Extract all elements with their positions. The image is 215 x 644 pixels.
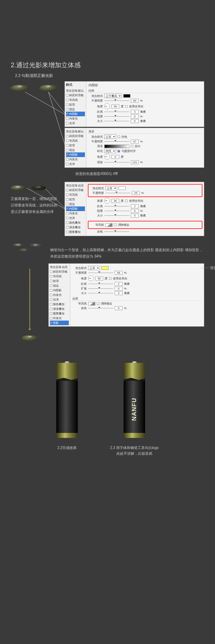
blend-mode-select[interactable]: 正常: [104, 135, 116, 139]
spread-slider[interactable]: [88, 288, 113, 289]
size-slider[interactable]: [88, 293, 113, 293]
sidebar-item-gradient-overlay[interactable]: 渐变叠加: [66, 225, 85, 230]
color-swatch[interactable]: [119, 186, 126, 190]
sidebar-item-bevel[interactable]: 斜面和浮雕: [66, 188, 85, 192]
size-slider[interactable]: [104, 121, 129, 121]
noise-slider[interactable]: [88, 308, 113, 308]
sidebar-item-satin[interactable]: 光泽: [50, 297, 69, 302]
angle-input[interactable]: 90: [95, 277, 103, 280]
arrow-left-icon: ←──: [201, 266, 210, 270]
sidebar-item-stroke[interactable]: 描边: [66, 107, 85, 112]
sidebar-item-inner-glow[interactable]: 内发光: [50, 293, 69, 297]
dither-checkbox[interactable]: [118, 136, 120, 138]
sidebar-item-drop-shadow[interactable]: 投影: [50, 321, 69, 325]
scale-slider[interactable]: [104, 162, 129, 162]
angle-input[interactable]: 90: [111, 199, 119, 203]
angle-input[interactable]: 90: [111, 104, 119, 108]
distance-input[interactable]: 2: [131, 204, 139, 208]
size-slider[interactable]: [104, 215, 129, 216]
blend-mode-select[interactable]: 正常: [88, 266, 100, 270]
angle-dial[interactable]: [88, 275, 94, 281]
opacity-slider[interactable]: [104, 101, 129, 101]
spread-input[interactable]: 0: [115, 287, 123, 291]
sidebar-item-pattern-overlay[interactable]: 图案叠加: [66, 230, 85, 234]
sidebar-item-texture[interactable]: 纹理: [66, 143, 85, 148]
sidebar-item-stroke[interactable]: 描边: [66, 202, 85, 206]
distance-slider[interactable]: [88, 284, 113, 284]
sidebar-item-texture[interactable]: 纹理: [66, 197, 85, 202]
choke-input[interactable]: 0: [131, 209, 139, 213]
sidebar-blend-options[interactable]: 混合选项:默认: [66, 88, 85, 93]
sidebar-item-color-overlay[interactable]: 颜色叠加: [66, 220, 85, 225]
antialias-checkbox[interactable]: [97, 302, 99, 305]
sidebar-blend-options[interactable]: 混合选项:自定: [66, 183, 85, 188]
choke-slider[interactable]: [104, 211, 129, 211]
angle-dial[interactable]: [104, 154, 110, 160]
sidebar-item-satin[interactable]: 光泽: [66, 162, 85, 166]
opacity-input[interactable]: 69: [131, 99, 139, 103]
sidebar-item-inner-glow[interactable]: 内发光: [66, 157, 85, 162]
reverse-checkbox[interactable]: [131, 145, 133, 147]
antialias-checkbox[interactable]: [114, 224, 116, 226]
color-swatch[interactable]: [101, 266, 109, 270]
sidebar-item-bevel[interactable]: 斜面和浮雕: [50, 269, 69, 274]
color-swatch[interactable]: [123, 94, 130, 98]
opacity-input[interactable]: 58: [115, 271, 123, 275]
distance-input[interactable]: 2: [115, 282, 123, 286]
sidebar-item-inner-shadow[interactable]: 内阴影: [66, 112, 85, 116]
sidebar-item-stroke[interactable]: 描边: [66, 148, 85, 152]
sidebar-item-outer-glow[interactable]: 外发光: [50, 316, 69, 321]
angle-input[interactable]: 0: [111, 155, 119, 159]
opacity-slider[interactable]: [104, 141, 129, 142]
sidebar-blend-options[interactable]: 混合选项:默认: [66, 129, 85, 134]
style-sidebar: 混合选项:自定 斜面和浮雕 等高线 纹理 描边 内阴影 内发光 光泽 颜色叠加 …: [65, 182, 86, 236]
opacity-slider[interactable]: [88, 273, 113, 273]
angle-dial[interactable]: [104, 103, 110, 109]
sidebar-item-stroke[interactable]: 描边: [50, 283, 69, 288]
global-light-checkbox[interactable]: [125, 105, 128, 108]
sidebar-item-inner-shadow[interactable]: 内阴影: [66, 206, 85, 211]
sidebar-item-gradient-overlay[interactable]: 渐变叠加: [50, 307, 69, 311]
noise-input[interactable]: 0: [115, 306, 123, 310]
noise-slider[interactable]: [104, 231, 129, 232]
sidebar-item-texture[interactable]: 纹理: [66, 102, 85, 107]
sidebar-item-inner-glow[interactable]: 内发光: [66, 116, 85, 121]
global-light-checkbox[interactable]: [109, 277, 111, 280]
contour-picker[interactable]: [88, 302, 95, 306]
global-light-checkbox[interactable]: [125, 200, 128, 202]
sidebar-item-texture[interactable]: 纹理: [50, 279, 69, 283]
distance-slider[interactable]: [104, 206, 129, 206]
opacity-input[interactable]: 25: [132, 191, 140, 195]
distance-input[interactable]: 3: [131, 110, 139, 114]
blend-mode-select[interactable]: 正片叠底: [104, 94, 122, 98]
sidebar-item-satin[interactable]: 光泽: [66, 216, 85, 220]
angle-dial[interactable]: [104, 198, 110, 204]
style-select[interactable]: 线性: [104, 149, 116, 153]
sidebar-item-inner-glow[interactable]: 内发光: [66, 211, 85, 216]
sidebar-blend-options[interactable]: 混合选项:自定: [50, 265, 69, 269]
sidebar-item-inner-shadow[interactable]: 内阴影: [66, 152, 85, 157]
sidebar-item-color-overlay[interactable]: 颜色叠加: [50, 302, 69, 307]
contour-picker[interactable]: [105, 223, 113, 227]
sidebar-item-inner-shadow[interactable]: 内阴影: [50, 288, 69, 293]
size-input[interactable]: 5: [131, 214, 139, 218]
sidebar-item-contour[interactable]: 等高线: [50, 274, 69, 279]
scale-input[interactable]: 141: [131, 160, 139, 164]
sidebar-item-contour[interactable]: 等高线: [66, 192, 85, 197]
blend-mode-select[interactable]: 正常: [105, 186, 117, 190]
size-input[interactable]: 5: [131, 119, 139, 123]
choke-input[interactable]: 0: [131, 114, 139, 118]
choke-slider[interactable]: [104, 116, 129, 117]
sidebar-item-satin[interactable]: 光泽: [66, 121, 85, 126]
sidebar-item-contour[interactable]: 等高线: [66, 98, 85, 102]
distance-slider[interactable]: [104, 112, 129, 112]
opacity-input[interactable]: 47: [131, 140, 139, 143]
sidebar-item-bevel[interactable]: 斜面和浮雕: [66, 93, 85, 98]
size-input[interactable]: 3: [115, 291, 123, 295]
sidebar-item-contour[interactable]: 等高线: [66, 138, 85, 143]
sidebar-item-bevel[interactable]: 斜面和浮雕: [66, 134, 85, 138]
gradient-swatch[interactable]: [104, 145, 129, 148]
sidebar-item-pattern-overlay[interactable]: 图案叠加: [50, 311, 69, 316]
opacity-slider[interactable]: [105, 193, 130, 193]
align-checkbox[interactable]: [118, 150, 120, 152]
